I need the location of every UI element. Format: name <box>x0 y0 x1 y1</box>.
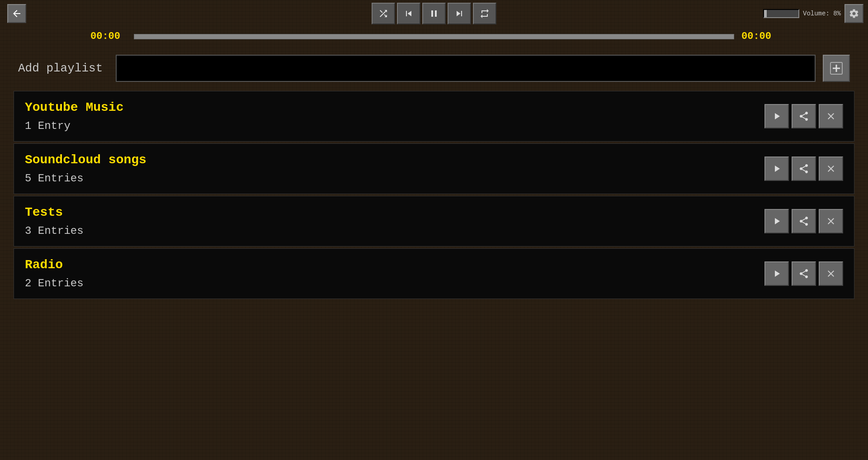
current-time: 00:00 <box>90 31 127 42</box>
top-bar: Volume: 8% <box>0 0 868 27</box>
playlist-info: Tests 3 Entries <box>25 205 764 237</box>
playlist-item: Soundcloud songs 5 Entries <box>14 143 854 194</box>
playlist-play-button[interactable] <box>764 209 789 233</box>
playlist-export-button[interactable] <box>792 104 816 128</box>
next-button[interactable] <box>448 3 471 24</box>
export-icon <box>798 163 809 174</box>
play-icon <box>771 216 782 227</box>
settings-button[interactable] <box>844 4 863 23</box>
playlist-delete-button[interactable] <box>819 261 843 286</box>
shuffle-icon <box>378 8 389 19</box>
play-icon <box>771 268 782 279</box>
playlist-name: Tests <box>25 205 764 219</box>
playlist-export-button[interactable] <box>792 156 816 181</box>
shuffle-button[interactable] <box>372 3 395 24</box>
play-icon <box>771 111 782 122</box>
add-playlist-label: Add playlist <box>18 62 108 75</box>
playlist-export-button[interactable] <box>792 261 816 286</box>
progress-bar[interactable] <box>134 34 734 39</box>
back-icon <box>11 8 22 19</box>
playlist-export-button[interactable] <box>792 209 816 233</box>
prev-button[interactable] <box>397 3 420 24</box>
export-icon <box>798 216 809 227</box>
playback-controls <box>372 3 496 24</box>
playlist-actions <box>764 156 843 181</box>
export-icon <box>798 268 809 279</box>
playlist-name: Youtube Music <box>25 100 764 114</box>
pause-icon <box>429 8 439 19</box>
close-icon <box>826 268 836 279</box>
prev-icon <box>403 8 414 19</box>
volume-fill <box>764 10 767 17</box>
playlist-actions <box>764 209 843 233</box>
playlist-delete-button[interactable] <box>819 104 843 128</box>
playlist-play-button[interactable] <box>764 104 789 128</box>
progress-area: 00:00 00:00 <box>0 27 868 46</box>
playlist-count: 3 Entries <box>25 225 764 237</box>
add-playlist-input[interactable] <box>116 55 816 82</box>
total-time: 00:00 <box>741 31 778 42</box>
play-icon <box>771 163 782 174</box>
playlist-info: Soundcloud songs 5 Entries <box>25 153 764 185</box>
playlist-info: Radio 2 Entries <box>25 258 764 289</box>
playlist-play-button[interactable] <box>764 261 789 286</box>
export-icon <box>798 111 809 122</box>
volume-bar[interactable] <box>763 9 799 18</box>
add-playlist-section: Add playlist <box>0 46 868 91</box>
playlist-count: 1 Entry <box>25 120 764 132</box>
playlist-item: Youtube Music 1 Entry <box>14 91 854 142</box>
add-playlist-button[interactable] <box>823 55 850 82</box>
playlist-delete-button[interactable] <box>819 209 843 233</box>
settings-icon <box>849 8 859 19</box>
playlist-actions <box>764 261 843 286</box>
playlist-actions <box>764 104 843 128</box>
playlist-count: 2 Entries <box>25 277 764 289</box>
playlist-play-button[interactable] <box>764 156 789 181</box>
close-icon <box>826 111 836 122</box>
volume-area: Volume: 8% <box>763 9 841 18</box>
playlist-count: 5 Entries <box>25 172 764 185</box>
playlist-name: Soundcloud songs <box>25 153 764 167</box>
close-icon <box>826 216 836 227</box>
repeat-button[interactable] <box>473 3 496 24</box>
next-icon <box>454 8 465 19</box>
playlist-info: Youtube Music 1 Entry <box>25 100 764 132</box>
playlist-container: Youtube Music 1 Entry <box>0 91 868 299</box>
playlist-name: Radio <box>25 258 764 272</box>
playlist-item: Tests 3 Entries <box>14 196 854 247</box>
repeat-icon <box>479 8 490 19</box>
pause-button[interactable] <box>422 3 446 24</box>
back-button[interactable] <box>7 4 26 23</box>
close-icon <box>826 163 836 174</box>
add-playlist-icon <box>830 62 843 75</box>
playlist-delete-button[interactable] <box>819 156 843 181</box>
playlist-item: Radio 2 Entries <box>14 248 854 299</box>
volume-label: Volume: 8% <box>803 10 841 17</box>
